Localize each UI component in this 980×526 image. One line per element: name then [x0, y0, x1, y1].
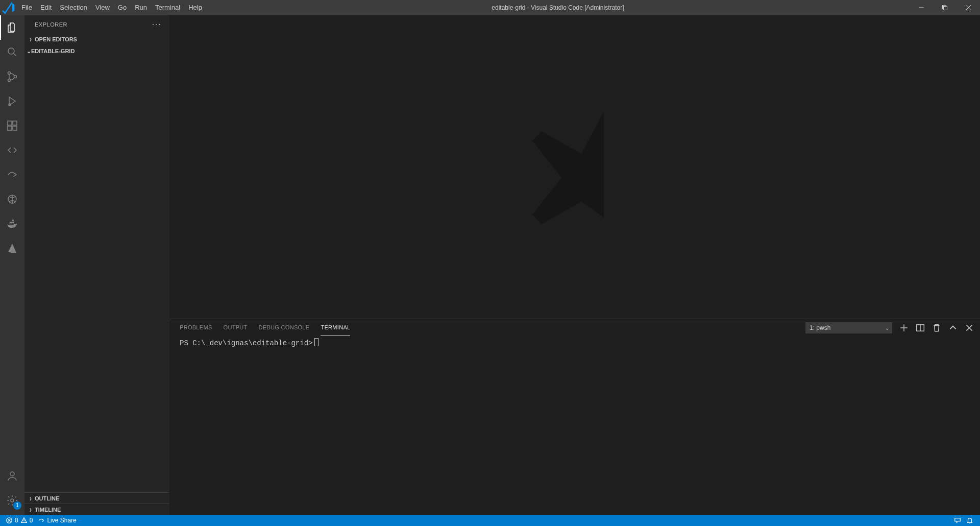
svg-point-2 [8, 48, 14, 54]
activity-docker-icon[interactable] [0, 211, 24, 236]
panel-tabs: PROBLEMS OUTPUT DEBUG CONSOLE TERMINAL 1… [169, 319, 980, 336]
kill-terminal-button[interactable] [932, 323, 941, 332]
panel-tab-debug-console[interactable]: DEBUG CONSOLE [259, 319, 310, 336]
svg-rect-10 [13, 121, 17, 125]
close-button[interactable] [957, 0, 980, 15]
open-editors-label: OPEN EDITORS [35, 36, 77, 42]
panel-tab-terminal[interactable]: TERMINAL [321, 319, 350, 336]
feedback-icon [954, 517, 961, 524]
status-feedback[interactable] [951, 515, 964, 526]
status-notifications[interactable] [964, 515, 976, 526]
error-icon [6, 517, 13, 524]
split-terminal-button[interactable] [916, 323, 925, 332]
warning-icon [20, 517, 28, 524]
chevron-right-icon [27, 506, 35, 513]
menu-view[interactable]: View [91, 0, 114, 15]
status-live-share-label: Live Share [47, 517, 76, 524]
chevron-down-icon: ⌄ [885, 325, 889, 330]
activity-azure-icon[interactable] [0, 236, 24, 260]
outline-section[interactable]: OUTLINE [24, 492, 169, 504]
activity-extensions[interactable] [0, 113, 24, 138]
editor-empty-state [169, 15, 980, 319]
open-editors-section[interactable]: OPEN EDITORS [24, 34, 169, 45]
terminal-selector[interactable]: 1: pwsh ⌄ [805, 322, 892, 333]
chevron-right-icon [27, 495, 35, 502]
menu-file[interactable]: File [17, 0, 36, 15]
window-title: editable-grid - Visual Studio Code [Admi… [206, 4, 910, 11]
live-share-icon [38, 517, 45, 524]
menu-run[interactable]: Run [131, 0, 151, 15]
terminal-body[interactable]: PS C:\_dev\ignas\editable-grid> [169, 336, 980, 515]
svg-point-5 [14, 76, 17, 78]
outline-label: OUTLINE [35, 495, 59, 501]
menu-help[interactable]: Help [184, 0, 206, 15]
title-bar: File Edit Selection View Go Run Terminal… [0, 0, 980, 15]
sidebar-title: EXPLORER [35, 21, 67, 28]
status-bar: 0 0 Live Share [0, 515, 980, 526]
activity-run-debug[interactable] [0, 89, 24, 113]
terminal-selector-label: 1: pwsh [810, 324, 830, 331]
timeline-label: TIMELINE [35, 507, 61, 513]
terminal-prompt: PS C:\_dev\ignas\editable-grid> [180, 339, 312, 347]
activity-bar: 1 [0, 15, 24, 515]
vscode-app-icon [0, 0, 17, 15]
chevron-right-icon [27, 36, 35, 43]
maximize-button[interactable] [933, 0, 957, 15]
menu-edit[interactable]: Edit [36, 0, 56, 15]
sidebar-explorer: EXPLORER ··· OPEN EDITORS EDITABLE-GRID … [24, 15, 169, 515]
workspace-folder[interactable]: EDITABLE-GRID [24, 45, 169, 57]
activity-source-control[interactable] [0, 64, 24, 89]
activity-explorer[interactable] [0, 15, 24, 40]
close-panel-button[interactable] [965, 323, 974, 332]
activity-remote-icon[interactable] [0, 138, 24, 162]
editor-area: PROBLEMS OUTPUT DEBUG CONSOLE TERMINAL 1… [169, 15, 980, 515]
folder-name-label: EDITABLE-GRID [31, 48, 75, 54]
svg-rect-1 [944, 7, 947, 10]
activity-env-icon[interactable] [0, 187, 24, 211]
chevron-down-icon [27, 48, 31, 55]
status-problems[interactable]: 0 0 [3, 515, 35, 526]
status-errors-count: 0 [15, 517, 18, 524]
svg-rect-8 [8, 126, 12, 130]
menu-go[interactable]: Go [114, 0, 131, 15]
vscode-watermark-icon [508, 98, 641, 231]
activity-search[interactable] [0, 40, 24, 64]
maximize-panel-button[interactable] [948, 323, 958, 332]
file-tree-area[interactable] [24, 57, 169, 492]
svg-rect-9 [13, 126, 17, 130]
panel: PROBLEMS OUTPUT DEBUG CONSOLE TERMINAL 1… [169, 319, 980, 515]
svg-point-3 [8, 72, 11, 75]
timeline-section[interactable]: TIMELINE [24, 504, 169, 515]
menu-terminal[interactable]: Terminal [151, 0, 184, 15]
panel-tab-problems[interactable]: PROBLEMS [180, 319, 212, 336]
activity-share-icon[interactable] [0, 162, 24, 187]
activity-settings[interactable]: 1 [0, 488, 24, 513]
bell-icon [966, 517, 973, 524]
menu-selection[interactable]: Selection [56, 0, 91, 15]
settings-badge: 1 [13, 501, 21, 510]
activity-accounts[interactable] [0, 464, 24, 488]
menu-bar: File Edit Selection View Go Run Terminal… [17, 0, 206, 15]
panel-tab-output[interactable]: OUTPUT [224, 319, 248, 336]
status-warnings-count: 0 [30, 517, 33, 524]
status-live-share[interactable]: Live Share [35, 515, 79, 526]
svg-point-12 [10, 472, 14, 476]
svg-point-13 [11, 499, 14, 502]
new-terminal-button[interactable] [899, 323, 909, 332]
svg-rect-7 [8, 121, 12, 125]
terminal-cursor [314, 338, 318, 346]
window-controls [910, 0, 980, 15]
svg-point-4 [8, 79, 11, 82]
sidebar-title-row: EXPLORER ··· [24, 15, 169, 33]
minimize-button[interactable] [910, 0, 933, 15]
explorer-more-icon[interactable]: ··· [152, 20, 162, 29]
